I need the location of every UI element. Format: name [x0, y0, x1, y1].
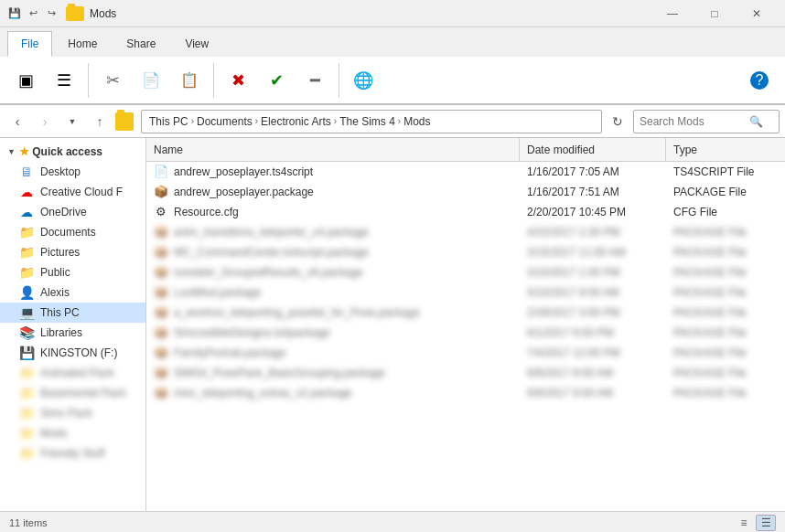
save-icon[interactable]: 💾 [7, 6, 22, 21]
file-type-11: PACKAGE File [666, 387, 785, 399]
view-change-button[interactable]: ☰ [46, 60, 82, 101]
path-folder-icon [115, 112, 134, 131]
search-box[interactable]: 🔍 [633, 110, 780, 133]
pane-icon: ▣ [18, 70, 34, 90]
sidebar-section-quickaccess[interactable]: ▼ ★ Quick access [0, 142, 145, 162]
creativecloud-icon: ☁ [18, 185, 35, 199]
list-view-button[interactable]: ≡ [734, 515, 754, 531]
file-row-4[interactable]: 📦 MC_CommandCenter.ts4script.package 3/1… [146, 242, 785, 262]
file-date-4: 3/15/2017 11:00 AM [520, 246, 666, 259]
documents-label: Documents [40, 226, 96, 239]
address-bar: ‹ › ▼ ↑ This PC › Documents › Electronic… [0, 105, 785, 138]
back-button[interactable]: ‹ [5, 110, 29, 133]
file-icon-11: 📦 [154, 386, 168, 400]
file-type-6: PACKAGE File [666, 286, 785, 299]
view-pane-button[interactable]: ▣ [7, 60, 44, 101]
file-date-8: 6/1/2017 6:00 PM [520, 326, 666, 339]
sidebar-item-blurred-2[interactable]: 📁 Basemental Pack [0, 383, 145, 403]
file-name-8: 📦 SimcredibleDesigns.ts4package [146, 325, 520, 340]
col-header-name[interactable]: Name [146, 138, 520, 161]
help-icon: ? [750, 71, 769, 90]
kingston-label: KINGSTON (F:) [40, 346, 117, 359]
tab-view[interactable]: View [171, 31, 222, 57]
file-icon-1: 📦 [154, 185, 168, 199]
redo-icon[interactable]: ↪ [44, 6, 59, 21]
blurred-5-label: Friendly Stuff [40, 447, 104, 460]
file-date-2: 2/20/2017 10:45 PM [520, 206, 666, 218]
file-date-3: 4/22/2017 2:30 PM [520, 226, 666, 239]
paste-icon: 📋 [180, 71, 199, 89]
sidebar-item-kingston[interactable]: 💾 KINGSTON (F:) [0, 343, 145, 363]
separator-2 [213, 63, 214, 98]
network-button[interactable]: 🌐 [345, 60, 382, 101]
sidebar-item-blurred-1[interactable]: 📁 Animated Pack [0, 363, 145, 383]
file-row-6[interactable]: 📦 LootMod.package 5/10/2017 9:00 AM PACK… [146, 282, 785, 303]
up-button[interactable]: ↑ [88, 110, 112, 133]
file-date-1: 1/16/2017 7:51 AM [520, 186, 666, 198]
undo-icon[interactable]: ↩ [26, 6, 40, 21]
sidebar-item-blurred-5[interactable]: 📁 Friendly Stuff [0, 443, 145, 463]
tab-file[interactable]: File [7, 31, 52, 57]
desktop-label: Desktop [40, 165, 81, 178]
search-input[interactable] [640, 115, 749, 128]
file-row-3[interactable]: 📦 anim_transitions_teleporter_v4.package… [146, 222, 785, 242]
sidebar-item-creativecloud[interactable]: ☁ Creative Cloud F [0, 182, 145, 202]
check-icon: ✔ [270, 70, 284, 90]
file-row-10[interactable]: 📦 SIMS4_PosePack_BasicGrouping.package 8… [146, 363, 785, 383]
tab-share[interactable]: Share [113, 31, 169, 57]
blurred-folder-5: 📁 [18, 446, 35, 461]
window-controls: — □ ✕ [651, 0, 778, 27]
minimize-button[interactable]: — [651, 0, 694, 27]
public-label: Public [40, 266, 70, 279]
paste-button[interactable]: 📋 [171, 60, 208, 101]
file-row-1[interactable]: 📦 andrew_poseplayer.package 1/16/2017 7:… [146, 182, 785, 202]
sidebar-item-thispc[interactable]: 💻 This PC [0, 303, 145, 323]
status-right: ≡ ☰ [719, 515, 776, 531]
recent-locations-button[interactable]: ▼ [60, 110, 84, 133]
sidebar-item-documents[interactable]: 📁 Documents [0, 222, 145, 242]
sidebar-item-blurred-3[interactable]: 📁 Sims Pack [0, 403, 145, 423]
file-type-4: PACKAGE File [666, 246, 785, 259]
file-row-11[interactable]: 📦 misc_teleporting_extras_v2.package 9/9… [146, 383, 785, 403]
path-thispc: This PC [149, 115, 188, 128]
sidebar-item-blurred-4[interactable]: 📁 Mods [0, 423, 145, 443]
rename-button[interactable]: ✔ [258, 60, 295, 101]
detail-view-button[interactable]: ☰ [756, 515, 776, 531]
file-row-2[interactable]: ⚙ Resource.cfg 2/20/2017 10:45 PM CFG Fi… [146, 202, 785, 222]
sidebar-item-desktop[interactable]: 🖥 Desktop [0, 162, 145, 182]
refresh-button[interactable]: ↻ [606, 110, 629, 133]
drive-icon: 💾 [18, 346, 35, 360]
separator-1 [88, 63, 89, 98]
file-type-7: PACKAGE File [666, 306, 785, 319]
separator-3 [339, 63, 339, 98]
title-bar: 💾 ↩ ↪ Mods — □ ✕ [0, 0, 785, 27]
search-icon[interactable]: 🔍 [749, 115, 763, 128]
maximize-button[interactable]: □ [694, 0, 736, 27]
close-button[interactable]: ✕ [736, 0, 778, 27]
delete-button[interactable]: ✖ [220, 60, 256, 101]
copy-button[interactable]: 📄 [133, 60, 169, 101]
tab-home[interactable]: Home [54, 31, 111, 57]
sidebar-item-onedrive[interactable]: ☁ OneDrive [0, 202, 145, 222]
copy-icon: 📄 [142, 71, 160, 89]
properties-button[interactable]: ━ [296, 60, 333, 101]
forward-button: › [33, 110, 57, 133]
cut-button[interactable]: ✂ [94, 60, 131, 101]
blurred-2-label: Basemental Pack [40, 387, 125, 399]
sidebar-item-pictures[interactable]: 📁 Pictures [0, 242, 145, 262]
address-path[interactable]: This PC › Documents › Electronic Arts › … [141, 110, 602, 133]
col-header-date[interactable]: Date modified [520, 138, 666, 161]
file-row-7[interactable]: 📦 a_woohoo_teleporting_poselist_for_Pose… [146, 303, 785, 323]
file-row-8[interactable]: 📦 SimcredibleDesigns.ts4package 6/1/2017… [146, 323, 785, 343]
help-button[interactable]: ? [741, 60, 778, 101]
sidebar-item-alexis[interactable]: 👤 Alexis [0, 282, 145, 303]
file-row-0[interactable]: 📄 andrew_poseplayer.ts4script 1/16/2017 … [146, 162, 785, 182]
file-row-5[interactable]: 📦 iceolater_GroupedResults_v6.package 3/… [146, 262, 785, 282]
file-name-6: 📦 LootMod.package [146, 285, 520, 300]
ribbon-tab-bar: File Home Share View [0, 27, 785, 57]
sidebar-item-public[interactable]: 📁 Public [0, 262, 145, 282]
file-row-9[interactable]: 📦 FamilyPortrait.package 7/4/2017 12:00 … [146, 343, 785, 363]
col-header-type[interactable]: Type [666, 138, 785, 161]
sidebar-item-libraries[interactable]: 📚 Libraries [0, 323, 145, 343]
onedrive-label: OneDrive [40, 206, 87, 218]
